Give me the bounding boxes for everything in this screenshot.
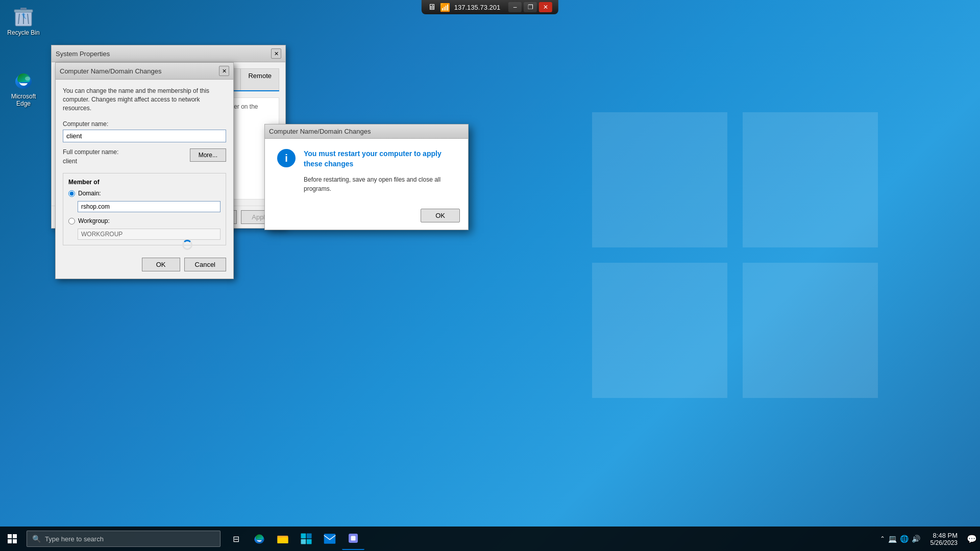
full-computer-name-label: Full computer name: — [63, 148, 118, 156]
taskbar-apps: ⊟ — [225, 528, 364, 550]
svg-rect-14 — [8, 539, 12, 543]
taskbar: 🔍 Type here to search ⊟ — [0, 527, 980, 551]
svg-rect-6 — [20, 8, 27, 10]
rdp-bar: 🖥 📶 137.135.73.201 – ❐ ✕ — [422, 0, 558, 14]
alert-dialog: Computer Name/Domain Changes i You must … — [264, 124, 469, 230]
recycle-bin-label: Recycle Bin — [7, 29, 39, 36]
recycle-bin-icon[interactable]: Recycle Bin — [3, 3, 44, 38]
recycle-bin-svg — [13, 6, 34, 28]
notification-btn[interactable]: 💬 — [964, 527, 980, 551]
edge-label: Microsoft Edge — [5, 93, 42, 107]
alert-titlebar: Computer Name/Domain Changes — [265, 124, 468, 139]
volume-icon[interactable]: 🔊 — [912, 535, 920, 543]
rdp-controls: – ❐ ✕ — [508, 2, 552, 12]
domain-radio-row: Domain: — [68, 190, 220, 197]
svg-rect-18 — [278, 537, 288, 543]
svg-rect-24 — [324, 534, 336, 544]
taskbar-date: 5/26/2023 — [930, 539, 958, 546]
title-controls: ✕ — [271, 48, 281, 59]
svg-rect-13 — [13, 534, 17, 538]
taskbar-edge-icon — [253, 533, 265, 545]
workgroup-radio-label: Workgroup: — [78, 217, 110, 224]
taskview-btn[interactable]: ⊟ — [225, 528, 247, 550]
comp-name-title-controls: ✕ — [219, 66, 229, 76]
rdp-title: 137.135.73.201 — [454, 4, 500, 11]
svg-rect-2 — [592, 263, 727, 398]
full-name-row: Full computer name: client More... — [63, 148, 226, 173]
svg-rect-21 — [307, 534, 312, 539]
network-icon[interactable]: 🌐 — [900, 535, 909, 543]
signal-icon: 📶 — [440, 3, 450, 12]
tablet-mode-icon[interactable]: 💻 — [888, 535, 897, 543]
tab-remote[interactable]: Remote — [240, 68, 279, 90]
taskbar-active-btn[interactable] — [342, 528, 364, 550]
domain-input[interactable] — [78, 201, 220, 212]
alert-buttons: OK — [265, 204, 468, 230]
edge-svg — [13, 70, 34, 91]
alert-text-area: You must restart your computer to apply … — [304, 149, 456, 193]
alert-icon: i — [277, 149, 296, 167]
workgroup-radio[interactable] — [68, 218, 75, 224]
svg-rect-12 — [8, 534, 12, 538]
taskbar-store-icon — [300, 533, 312, 545]
rdp-restore-btn[interactable]: ❐ — [524, 2, 537, 12]
edge-image — [11, 68, 36, 93]
taskbar-active-icon — [347, 532, 359, 544]
domain-radio-label: Domain: — [78, 190, 101, 197]
workgroup-radio-row: Workgroup: — [68, 217, 220, 224]
svg-rect-22 — [301, 539, 306, 544]
alert-content: i You must restart your computer to appl… — [265, 139, 468, 204]
comp-name-content: You can change the name and the membersh… — [56, 80, 233, 279]
workgroup-input[interactable] — [78, 229, 220, 240]
search-icon: 🔍 — [32, 535, 41, 543]
taskbar-right: ⌃ 💻 🌐 🔊 8:48 PM 5/26/2023 💬 — [876, 527, 980, 551]
comp-name-dialog: Computer Name/Domain Changes ✕ You can c… — [55, 62, 234, 279]
start-button[interactable] — [0, 527, 24, 551]
alert-body: Before restarting, save any open files a… — [304, 175, 456, 193]
comp-name-description: You can change the name and the membersh… — [63, 87, 226, 112]
comp-name-close-btn[interactable]: ✕ — [219, 66, 229, 76]
microsoft-edge-icon[interactable]: Microsoft Edge — [3, 66, 44, 109]
taskbar-time: 8:48 PM — [933, 532, 958, 539]
full-computer-name-value: client — [63, 158, 118, 165]
alert-title: Computer Name/Domain Changes — [269, 128, 371, 135]
search-bar[interactable]: 🔍 Type here to search — [27, 531, 220, 547]
comp-name-ok-btn[interactable]: OK — [142, 258, 180, 271]
rdp-icon: 🖥 — [428, 3, 436, 12]
taskbar-clock[interactable]: 8:48 PM 5/26/2023 — [924, 532, 964, 546]
taskbar-store-btn[interactable] — [295, 528, 317, 550]
domain-radio[interactable] — [68, 190, 75, 197]
svg-point-11 — [25, 77, 30, 81]
taskbar-system-icons: ⌃ 💻 🌐 🔊 — [876, 535, 924, 543]
system-properties-titlebar: System Properties ✕ — [52, 45, 285, 62]
rdp-minimize-btn[interactable]: – — [508, 2, 522, 12]
taskbar-mail-btn[interactable] — [318, 528, 341, 550]
member-of-label: Member of — [68, 179, 220, 186]
sys-props-close-btn[interactable]: ✕ — [271, 48, 281, 59]
taskbar-mail-icon — [324, 533, 336, 544]
rdp-close-btn[interactable]: ✕ — [539, 2, 552, 12]
member-of-group: Member of Domain: Workgroup: — [63, 173, 226, 245]
full-name-area: Full computer name: client — [63, 148, 118, 173]
svg-rect-1 — [743, 112, 878, 247]
comp-name-titlebar: Computer Name/Domain Changes ✕ — [56, 63, 233, 80]
taskbar-explorer-btn[interactable] — [272, 528, 294, 550]
comp-name-buttons: OK Cancel — [63, 254, 226, 271]
alert-ok-btn[interactable]: OK — [421, 209, 460, 222]
windows-logo-bg — [582, 102, 888, 408]
computer-name-label: Computer name: — [63, 120, 226, 128]
svg-rect-26 — [351, 536, 356, 541]
start-icon — [8, 534, 17, 543]
taskbar-explorer-icon — [277, 533, 289, 545]
alert-heading: You must restart your computer to apply … — [304, 149, 456, 169]
recycle-bin-image — [11, 5, 36, 29]
search-placeholder: Type here to search — [45, 535, 104, 543]
taskview-hidden-icon[interactable]: ⌃ — [880, 535, 885, 542]
computer-name-input[interactable] — [63, 130, 226, 142]
taskbar-edge-btn[interactable] — [248, 528, 271, 550]
comp-name-cancel-btn[interactable]: Cancel — [184, 258, 226, 271]
svg-rect-23 — [307, 539, 312, 544]
more-btn[interactable]: More... — [190, 148, 226, 162]
svg-rect-19 — [278, 536, 282, 538]
svg-rect-20 — [301, 534, 306, 539]
